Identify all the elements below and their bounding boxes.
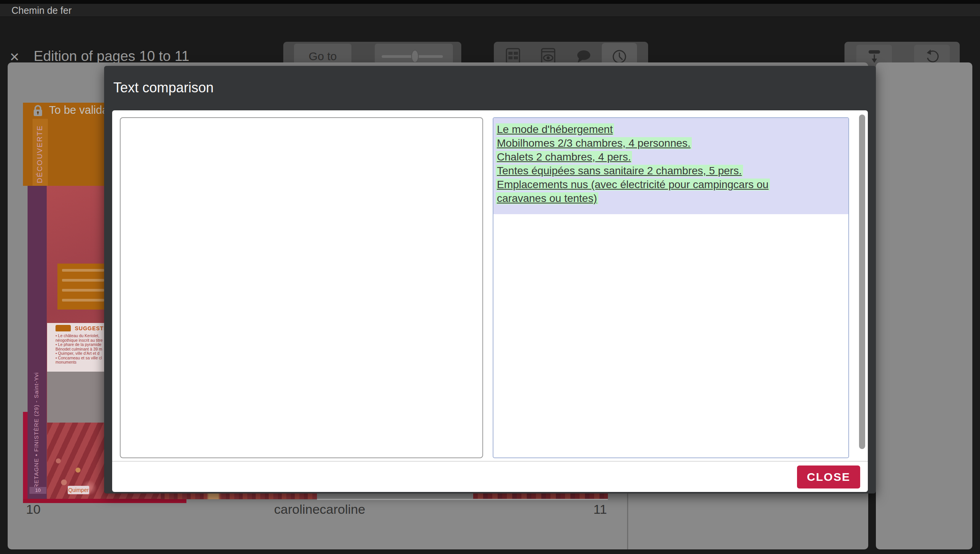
app-window: Chemin de fer ✕ Edition of pages 10 to 1… — [0, 0, 980, 554]
page-corner-badge: 10 — [29, 487, 46, 494]
selected-text-block[interactable]: Le mode d'hébergement Mobilhomes 2/3 cha… — [493, 118, 848, 214]
compared-text-line: Le mode d'hébergement — [496, 123, 614, 135]
slider-thumb[interactable] — [411, 50, 419, 63]
rating-label-bar — [62, 269, 104, 272]
text-comparison-dialog: Text comparison Le mode d'hébergement Mo… — [104, 66, 876, 493]
compared-text-line: Mobilhomes 2/3 chambres, 4 personnes. — [496, 137, 692, 149]
compared-text-line: Tentes équipées sans sanitaire 2 chambre… — [496, 165, 743, 177]
rating-label-bar — [62, 279, 104, 282]
dialog-scrollbar[interactable] — [859, 115, 865, 449]
menu-bar: Chemin de fer — [0, 4, 980, 17]
dialog-body: Le mode d'hébergement Mobilhomes 2/3 cha… — [112, 110, 868, 492]
spread-divider-line — [627, 492, 628, 549]
dialog-title: Text comparison — [113, 80, 214, 96]
page-bottom-edge — [317, 499, 608, 500]
compared-text-line: Chalets 2 chambres, 4 pers. — [496, 151, 632, 163]
top-strip — [0, 0, 980, 4]
comparison-left-panel[interactable] — [120, 117, 483, 458]
cover-vertical-strip: DÉCOUVERTE — [33, 119, 48, 186]
folio-number-right: 11 — [593, 502, 607, 517]
suggestions-heading: SUGGESTI — [75, 325, 105, 331]
close-dialog-button[interactable]: CLOSE — [797, 465, 860, 488]
header-bar: ✕ Edition of pages 10 to 11 Go to — [0, 17, 980, 62]
cover-vertical-label: DÉCOUVERTE — [36, 122, 44, 183]
comparison-right-panel[interactable]: Le mode d'hébergement Mobilhomes 2/3 cha… — [493, 117, 849, 458]
page-bottom-bar — [23, 499, 186, 503]
page-spine: BRETAGNE • FINISTÈRE (29) - Saint-Yvi 10 — [28, 186, 47, 503]
page-edge-bar — [23, 412, 28, 503]
suggestion-icon — [56, 325, 71, 331]
rating-label-bar — [62, 299, 104, 302]
compared-text-line: Emplacements nus (avec électricité pour … — [496, 179, 770, 190]
folio-number-left: 10 — [26, 502, 41, 517]
page-title: Edition of pages 10 to 11 — [34, 48, 189, 64]
spine-label: BRETAGNE • FINISTÈRE (29) - Saint-Yvi — [33, 247, 39, 492]
slider-track[interactable] — [382, 55, 443, 58]
side-workspace[interactable] — [876, 62, 972, 549]
rating-label-bar — [62, 289, 104, 292]
compared-text-line: caravanes ou tentes) — [496, 192, 598, 204]
breadcrumb: Chemin de fer — [11, 5, 72, 16]
lock-icon — [31, 104, 44, 118]
photo-badge: Quimper — [68, 486, 89, 494]
folio-center-label: carolinecaroline — [274, 502, 365, 517]
footer-divider — [112, 461, 868, 462]
